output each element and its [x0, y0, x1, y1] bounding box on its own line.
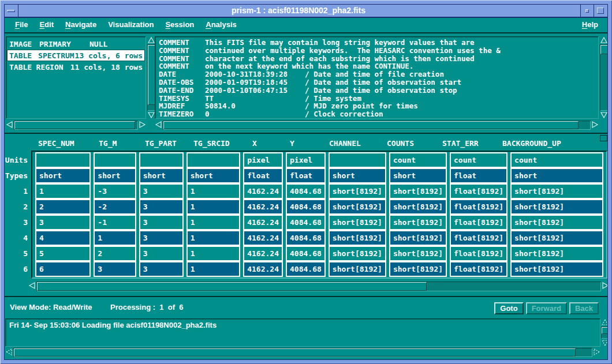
scrollbar-trough[interactable]	[600, 44, 608, 111]
table-cell[interactable]: 1	[186, 246, 241, 261]
scrollbar-thumb[interactable]	[602, 327, 608, 334]
maximize-button[interactable]	[594, 5, 607, 17]
row-number-label[interactable]: 2	[5, 199, 29, 215]
scrollbar-thumb[interactable]	[14, 121, 135, 129]
column-header[interactable]: TG_PART	[141, 137, 186, 149]
unit-cell[interactable]	[94, 152, 136, 168]
table-cell[interactable]: 3	[94, 261, 136, 277]
table-cell[interactable]: 1	[186, 261, 241, 277]
menu-file[interactable]: File	[9, 18, 33, 32]
table-cell[interactable]: short[8192]	[389, 199, 447, 215]
status-log[interactable]: Fri 14- Sep 15:03:06 Loading file acisf0…	[5, 318, 600, 347]
table-cell[interactable]: short[8192]	[389, 215, 447, 230]
scroll-arrow-left-icon[interactable]	[5, 348, 13, 356]
unit-cell[interactable]	[186, 152, 241, 168]
hdu-list-hscrollbar[interactable]	[6, 121, 146, 130]
table-cell[interactable]: 4084.68	[286, 199, 326, 215]
minimize-button[interactable]	[580, 5, 594, 17]
table-cell[interactable]: 3	[139, 199, 184, 215]
scrollbar-thumb[interactable]	[14, 348, 576, 357]
type-cell[interactable]: float	[243, 168, 283, 183]
table-cell[interactable]: 3	[35, 215, 91, 230]
scroll-arrow-down-icon[interactable]	[147, 111, 155, 119]
table-cell[interactable]: short[8192]	[329, 261, 386, 277]
type-cell[interactable]: short	[389, 168, 447, 183]
scrollbar-trough[interactable]	[36, 282, 601, 291]
row-number-label[interactable]: 5	[5, 246, 29, 261]
unit-cell[interactable]: count	[450, 152, 507, 168]
column-header[interactable]: TG_M	[95, 137, 138, 149]
table-cell[interactable]: 2	[94, 246, 136, 261]
column-header[interactable]: BACKGROUND_UP	[498, 137, 594, 149]
column-header[interactable]: CHANNEL	[325, 137, 380, 149]
unit-cell[interactable]	[329, 152, 386, 168]
table-cell[interactable]: float[8192]	[450, 230, 507, 246]
table-cell[interactable]: 4084.68	[286, 215, 326, 230]
scrollbar-thumb[interactable]	[37, 282, 427, 291]
hdu-list[interactable]: IMAGEPRIMARYNULLTABLESPECTRUM13 cols, 6 …	[6, 36, 146, 119]
table-cell[interactable]: 1	[186, 199, 241, 215]
row-number-label[interactable]: 1	[5, 183, 29, 199]
table-cell[interactable]: -3	[94, 183, 136, 199]
header-hscrollbar[interactable]	[155, 121, 599, 130]
table-cell[interactable]: short[8192]	[510, 261, 603, 277]
unit-cell[interactable]: pixel	[243, 152, 283, 168]
menu-visualization[interactable]: Visualization	[102, 18, 159, 32]
scroll-arrow-down-icon[interactable]	[601, 339, 608, 347]
type-cell[interactable]: float	[286, 168, 326, 183]
table-cell[interactable]: 4162.24	[243, 183, 283, 199]
title-bar[interactable]: prism-1 : acisf01198N002_pha2.fits	[4, 4, 608, 17]
column-header[interactable]: Y	[286, 137, 322, 149]
scroll-arrow-left-icon[interactable]	[6, 121, 14, 129]
scroll-arrow-up-icon[interactable]	[600, 36, 608, 44]
table-cell[interactable]: float[8192]	[450, 246, 507, 261]
table-cell[interactable]: 1	[186, 215, 241, 230]
unit-cell[interactable]: count	[389, 152, 447, 168]
type-cell[interactable]: short	[139, 168, 184, 183]
menu-help[interactable]: Help	[576, 18, 604, 32]
scrollbar-trough[interactable]	[14, 121, 138, 130]
status-vscrollbar[interactable]	[601, 318, 608, 347]
type-cell[interactable]: float	[450, 168, 507, 183]
table-cell[interactable]: 4162.24	[243, 246, 283, 261]
unit-cell[interactable]: pixel	[286, 152, 326, 168]
table-cell[interactable]: 4162.24	[243, 261, 283, 277]
table-cell[interactable]: 3	[139, 261, 184, 277]
scroll-arrow-left-icon[interactable]	[155, 121, 163, 129]
table-cell[interactable]: float[8192]	[450, 199, 507, 215]
unit-cell[interactable]	[35, 152, 91, 168]
column-header[interactable]: TG_SRCID	[189, 137, 245, 149]
scrollbar-trough[interactable]	[163, 121, 591, 130]
scroll-arrow-up-icon[interactable]	[601, 318, 608, 327]
menu-analysis[interactable]: Analysis	[200, 18, 242, 32]
table-cell[interactable]: 2	[35, 199, 91, 215]
table-cell[interactable]: float[8192]	[450, 261, 507, 277]
scroll-arrow-right-icon[interactable]	[591, 121, 599, 129]
header-vscrollbar[interactable]	[600, 36, 608, 119]
table-cell[interactable]: short[8192]	[329, 199, 386, 215]
table-cell[interactable]: 4084.68	[286, 246, 326, 261]
table-cell[interactable]: 4162.24	[243, 215, 283, 230]
table-cell[interactable]: 1	[186, 183, 241, 199]
table-cell[interactable]: 1	[94, 230, 136, 246]
table-cell[interactable]: 3	[139, 246, 184, 261]
table-cell[interactable]: 4	[35, 230, 91, 246]
table-cell[interactable]: 1	[35, 183, 91, 199]
hdu-list-item[interactable]: TABLEREGION11 cols, 18 rows	[7, 61, 145, 73]
column-header[interactable]: COUNTS	[383, 137, 435, 149]
scrollbar-trough[interactable]	[13, 348, 592, 357]
table-cell[interactable]: 6	[35, 261, 91, 277]
scrollbar-thumb[interactable]	[163, 121, 579, 129]
table-cell[interactable]: short[8192]	[329, 183, 386, 199]
header-keywords-view[interactable]: COMMENTThis FITS file may contain long s…	[155, 36, 599, 119]
table-cell[interactable]: short[8192]	[389, 183, 447, 199]
menu-edit[interactable]: Edit	[33, 18, 59, 32]
unit-cell[interactable]: count	[510, 152, 603, 168]
table-cell[interactable]: 3	[139, 215, 184, 230]
row-number-label[interactable]: 3	[5, 215, 29, 230]
type-cell[interactable]: short	[186, 168, 241, 183]
row-number-label[interactable]: 6	[5, 261, 29, 277]
table-cell[interactable]: 4084.68	[286, 183, 326, 199]
scroll-arrow-right-icon[interactable]	[592, 348, 600, 356]
goto-button[interactable]: Goto	[494, 302, 523, 314]
